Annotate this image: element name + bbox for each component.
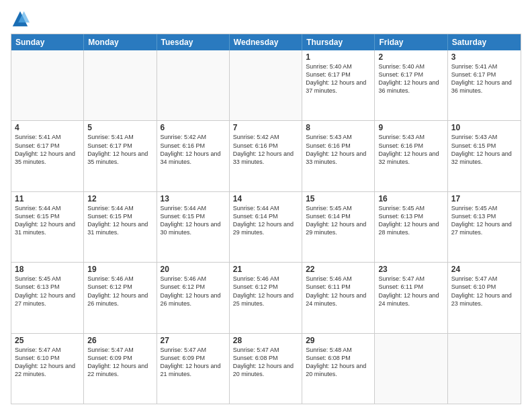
day-info: Sunrise: 5:44 AM Sunset: 6:15 PM Dayligh… — [87, 204, 152, 237]
calendar: SundayMondayTuesdayWednesdayThursdayFrid… — [11, 34, 521, 404]
day-info: Sunrise: 5:46 AM Sunset: 6:12 PM Dayligh… — [87, 275, 152, 308]
day-info: Sunrise: 5:44 AM Sunset: 6:14 PM Dayligh… — [233, 204, 298, 237]
day-number: 4 — [15, 123, 80, 132]
day-cell-12: 12Sunrise: 5:44 AM Sunset: 6:15 PM Dayli… — [84, 192, 157, 262]
empty-cell — [11, 50, 84, 120]
day-cell-28: 28Sunrise: 5:47 AM Sunset: 6:08 PM Dayli… — [230, 334, 302, 404]
day-number: 25 — [15, 336, 80, 345]
day-info: Sunrise: 5:42 AM Sunset: 6:16 PM Dayligh… — [233, 133, 298, 166]
day-number: 21 — [233, 265, 298, 274]
day-info: Sunrise: 5:40 AM Sunset: 6:17 PM Dayligh… — [378, 62, 443, 95]
day-info: Sunrise: 5:47 AM Sunset: 6:10 PM Dayligh… — [15, 346, 80, 379]
day-info: Sunrise: 5:44 AM Sunset: 6:15 PM Dayligh… — [161, 204, 226, 237]
day-info: Sunrise: 5:47 AM Sunset: 6:09 PM Dayligh… — [161, 346, 226, 379]
day-info: Sunrise: 5:43 AM Sunset: 6:16 PM Dayligh… — [378, 133, 443, 166]
day-number: 14 — [233, 194, 298, 203]
calendar-week-3: 11Sunrise: 5:44 AM Sunset: 6:15 PM Dayli… — [11, 191, 521, 262]
day-info: Sunrise: 5:45 AM Sunset: 6:13 PM Dayligh… — [378, 204, 443, 237]
day-number: 11 — [15, 194, 80, 203]
day-cell-3: 3Sunrise: 5:41 AM Sunset: 6:17 PM Daylig… — [448, 50, 521, 120]
day-cell-23: 23Sunrise: 5:47 AM Sunset: 6:11 PM Dayli… — [375, 263, 447, 332]
day-info: Sunrise: 5:40 AM Sunset: 6:17 PM Dayligh… — [306, 62, 371, 95]
day-cell-9: 9Sunrise: 5:43 AM Sunset: 6:16 PM Daylig… — [375, 121, 447, 191]
day-cell-22: 22Sunrise: 5:46 AM Sunset: 6:11 PM Dayli… — [302, 263, 375, 332]
day-number: 12 — [87, 194, 152, 203]
day-cell-16: 16Sunrise: 5:45 AM Sunset: 6:13 PM Dayli… — [375, 192, 447, 262]
day-cell-19: 19Sunrise: 5:46 AM Sunset: 6:12 PM Dayli… — [84, 263, 157, 332]
day-info: Sunrise: 5:44 AM Sunset: 6:15 PM Dayligh… — [15, 204, 80, 237]
weekday-header-wednesday: Wednesday — [230, 34, 302, 50]
calendar-week-1: 1Sunrise: 5:40 AM Sunset: 6:17 PM Daylig… — [11, 50, 521, 120]
empty-cell — [448, 334, 521, 404]
logo — [11, 9, 31, 28]
day-number: 16 — [378, 194, 443, 203]
calendar-week-5: 25Sunrise: 5:47 AM Sunset: 6:10 PM Dayli… — [11, 333, 521, 404]
logo-icon — [11, 9, 30, 28]
day-number: 17 — [451, 194, 517, 203]
weekday-header-saturday: Saturday — [448, 34, 521, 50]
day-cell-20: 20Sunrise: 5:46 AM Sunset: 6:12 PM Dayli… — [157, 263, 230, 332]
day-number: 19 — [87, 265, 152, 274]
day-number: 5 — [87, 123, 152, 132]
day-cell-15: 15Sunrise: 5:45 AM Sunset: 6:14 PM Dayli… — [302, 192, 375, 262]
calendar-week-2: 4Sunrise: 5:41 AM Sunset: 6:17 PM Daylig… — [11, 120, 521, 191]
day-number: 23 — [378, 265, 443, 274]
day-number: 27 — [161, 336, 226, 345]
calendar-body: 1Sunrise: 5:40 AM Sunset: 6:17 PM Daylig… — [11, 50, 521, 404]
day-number: 20 — [161, 265, 226, 274]
weekday-header-friday: Friday — [375, 34, 447, 50]
day-cell-8: 8Sunrise: 5:43 AM Sunset: 6:16 PM Daylig… — [302, 121, 375, 191]
empty-cell — [230, 50, 302, 120]
day-cell-4: 4Sunrise: 5:41 AM Sunset: 6:17 PM Daylig… — [11, 121, 84, 191]
day-number: 22 — [306, 265, 371, 274]
day-number: 3 — [451, 52, 517, 62]
day-number: 15 — [306, 194, 371, 203]
weekday-header-sunday: Sunday — [11, 34, 84, 50]
weekday-header-tuesday: Tuesday — [157, 34, 230, 50]
day-info: Sunrise: 5:42 AM Sunset: 6:16 PM Dayligh… — [161, 133, 226, 166]
day-info: Sunrise: 5:48 AM Sunset: 6:08 PM Dayligh… — [306, 346, 371, 379]
day-info: Sunrise: 5:41 AM Sunset: 6:17 PM Dayligh… — [451, 62, 517, 95]
day-cell-1: 1Sunrise: 5:40 AM Sunset: 6:17 PM Daylig… — [302, 50, 375, 120]
day-cell-14: 14Sunrise: 5:44 AM Sunset: 6:14 PM Dayli… — [230, 192, 302, 262]
day-number: 28 — [233, 336, 298, 345]
day-cell-29: 29Sunrise: 5:48 AM Sunset: 6:08 PM Dayli… — [302, 334, 375, 404]
day-info: Sunrise: 5:47 AM Sunset: 6:09 PM Dayligh… — [87, 346, 152, 379]
day-info: Sunrise: 5:41 AM Sunset: 6:17 PM Dayligh… — [87, 133, 152, 166]
day-number: 18 — [15, 265, 80, 274]
day-cell-27: 27Sunrise: 5:47 AM Sunset: 6:09 PM Dayli… — [157, 334, 230, 404]
day-cell-10: 10Sunrise: 5:43 AM Sunset: 6:15 PM Dayli… — [448, 121, 521, 191]
day-cell-11: 11Sunrise: 5:44 AM Sunset: 6:15 PM Dayli… — [11, 192, 84, 262]
day-info: Sunrise: 5:46 AM Sunset: 6:12 PM Dayligh… — [161, 275, 226, 308]
day-cell-2: 2Sunrise: 5:40 AM Sunset: 6:17 PM Daylig… — [375, 50, 447, 120]
day-cell-6: 6Sunrise: 5:42 AM Sunset: 6:16 PM Daylig… — [157, 121, 230, 191]
day-number: 29 — [306, 336, 371, 345]
day-cell-7: 7Sunrise: 5:42 AM Sunset: 6:16 PM Daylig… — [230, 121, 302, 191]
day-cell-13: 13Sunrise: 5:44 AM Sunset: 6:15 PM Dayli… — [157, 192, 230, 262]
day-number: 13 — [161, 194, 226, 203]
day-info: Sunrise: 5:43 AM Sunset: 6:15 PM Dayligh… — [451, 133, 517, 166]
day-number: 2 — [378, 52, 443, 62]
day-info: Sunrise: 5:45 AM Sunset: 6:14 PM Dayligh… — [306, 204, 371, 237]
day-number: 26 — [87, 336, 152, 345]
day-info: Sunrise: 5:45 AM Sunset: 6:13 PM Dayligh… — [451, 204, 517, 237]
day-number: 9 — [378, 123, 443, 132]
empty-cell — [84, 50, 157, 120]
day-cell-17: 17Sunrise: 5:45 AM Sunset: 6:13 PM Dayli… — [448, 192, 521, 262]
day-number: 1 — [306, 52, 371, 62]
day-cell-24: 24Sunrise: 5:47 AM Sunset: 6:10 PM Dayli… — [448, 263, 521, 332]
weekday-header-thursday: Thursday — [302, 34, 375, 50]
day-number: 10 — [451, 123, 517, 132]
day-number: 7 — [233, 123, 298, 132]
day-cell-18: 18Sunrise: 5:45 AM Sunset: 6:13 PM Dayli… — [11, 263, 84, 332]
day-number: 6 — [161, 123, 226, 132]
day-info: Sunrise: 5:41 AM Sunset: 6:17 PM Dayligh… — [15, 133, 80, 166]
calendar-week-4: 18Sunrise: 5:45 AM Sunset: 6:13 PM Dayli… — [11, 262, 521, 332]
empty-cell — [375, 334, 447, 404]
day-number: 24 — [451, 265, 517, 274]
day-info: Sunrise: 5:45 AM Sunset: 6:13 PM Dayligh… — [15, 275, 80, 308]
day-cell-21: 21Sunrise: 5:46 AM Sunset: 6:12 PM Dayli… — [230, 263, 302, 332]
calendar-header: SundayMondayTuesdayWednesdayThursdayFrid… — [11, 34, 521, 50]
day-info: Sunrise: 5:47 AM Sunset: 6:11 PM Dayligh… — [378, 275, 443, 308]
day-info: Sunrise: 5:43 AM Sunset: 6:16 PM Dayligh… — [306, 133, 371, 166]
